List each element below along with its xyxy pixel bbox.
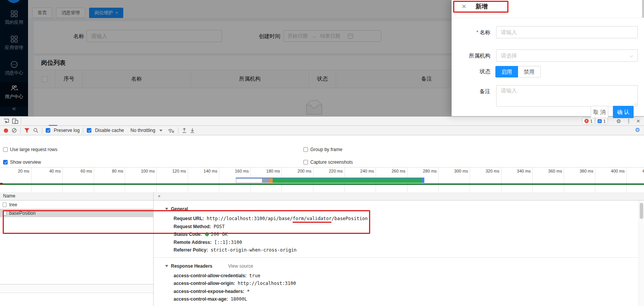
response-headers-section-header[interactable]: Response Headers View source [165,262,639,270]
devtools-tab[interactable] [49,117,57,126]
remark-field-label: 备注 [452,85,490,97]
triangle-down-icon [165,208,168,210]
ruler-tick: 420 ms [627,168,644,192]
ruler-tick: 20 ms [0,168,31,192]
selection-green-segment [273,178,422,183]
response-header-rows: access-control-allow-credentials:true ac… [154,272,639,303]
request-name: tree [9,202,17,207]
general-rows: Request URL:http://localhost:3100/api/ba… [154,215,639,254]
devtools-tabs [23,117,91,126]
request-row[interactable]: tree [0,201,153,209]
error-icon: ✕ [584,119,589,123]
divider [83,127,83,133]
close-icon[interactable]: ✕ [635,117,642,126]
org-select[interactable]: 请选择 [496,49,638,62]
status-green-dot-icon [205,232,209,236]
details-tabbar: × [154,192,644,201]
network-conditions-icon[interactable] [167,128,175,133]
filter-icon[interactable] [24,128,30,133]
view-source-link[interactable]: View source [228,263,253,269]
scrollbar-track[interactable] [639,201,644,306]
selection-gray-segment [262,178,270,183]
ruler-tick: 360 ms [533,168,564,192]
drawer-title: 新增 [475,3,488,11]
preserve-log-label: Preserve log [54,128,79,133]
selection-white-segment [236,178,262,183]
divider [21,118,21,124]
file-icon [3,202,7,207]
error-count-badge[interactable]: ✕1 [582,118,595,124]
drawer-name-input[interactable] [496,26,638,38]
clear-icon[interactable] [12,128,17,133]
devtools-tab[interactable] [83,117,91,126]
inspect-element-icon[interactable] [3,118,10,124]
annotation-underline: form/validator [293,216,331,223]
message-count-badge[interactable]: 1 [595,118,608,124]
ruler-tick: 100 ms [125,168,157,192]
divider [42,127,42,133]
ruler-tick: 60 ms [63,168,94,192]
message-icon [598,119,602,123]
header-line: access-control-max-age:18000L [154,295,639,303]
drawer-mask[interactable] [0,0,452,116]
devtools-tab[interactable] [32,117,40,126]
import-har-icon[interactable] [182,128,187,133]
remark-textarea[interactable] [496,85,638,107]
request-list-header[interactable]: Name [0,192,153,201]
status-enable-button[interactable]: 启用 [495,66,518,77]
capture-screenshots-option: Capture screenshots [303,158,353,166]
export-har-icon[interactable] [190,128,195,133]
ruler-tick: 380 ms [564,168,596,192]
request-list-pane: Name tree basePosition [0,192,154,306]
disable-cache-checkbox[interactable] [87,128,91,133]
scrollbar-thumb[interactable] [642,0,644,18]
close-icon[interactable]: ✕ [462,3,467,10]
overview-selection[interactable] [236,178,424,183]
request-details-pane: × General Request URL:http://localhost:3… [154,192,644,306]
devtools-tab[interactable] [57,117,66,126]
group-by-frame-checkbox[interactable] [303,147,308,152]
network-settings-gear-icon[interactable]: ⚙ [635,127,640,133]
devtools-tab[interactable] [74,117,83,126]
status-disable-button[interactable]: 禁用 [518,66,541,77]
devtools-tab[interactable] [40,117,49,126]
divider [178,127,179,133]
add-drawer: ✕ 新增 *名称 所属机构 请选择 状态 启用 禁用 备注 取 消 确 认 [452,0,644,116]
capture-screenshots-checkbox[interactable] [303,160,308,165]
required-asterisk: * [477,29,478,35]
header-line: access-control-allow-credentials:true [154,272,639,280]
request-row[interactable]: basePosition [0,209,153,217]
devtools-tabbar: ✕1 1 ⚙ ⋮ ✕ [0,117,644,126]
scrollbar-thumb[interactable] [640,203,643,219]
overview-darkgreen-line [0,184,644,185]
disable-cache-label: Disable cache [95,128,124,133]
throttling-select[interactable]: No throttling [131,128,156,133]
close-details-icon[interactable]: × [154,194,164,199]
selection-orange-segment [270,178,273,183]
show-overview-label: Show overview [10,160,41,165]
chevron-down-icon [629,54,633,57]
overview-first-request-mark [0,183,3,185]
timeline-overview[interactable]: 20 ms40 ms60 ms80 ms100 ms120 ms140 ms16… [0,167,644,192]
ruler-tick: 300 ms [439,168,470,192]
section-divider [154,257,639,258]
header-line: Request URL:http://localhost:3100/api/ba… [154,215,639,223]
show-overview-option: Show overview [3,158,41,166]
headers-content: General Request URL:http://localhost:310… [154,201,639,306]
search-icon[interactable] [33,128,38,133]
cancel-button[interactable]: 取 消 [591,106,608,118]
general-section-header[interactable]: General [165,205,639,213]
device-toolbar-icon[interactable] [12,118,18,124]
devtools-tab[interactable] [66,117,74,126]
show-overview-checkbox[interactable] [3,160,8,165]
status-field-label: 状态 [452,66,490,77]
confirm-button[interactable]: 确 认 [613,106,634,118]
record-icon[interactable] [4,128,8,133]
preserve-log-checkbox[interactable] [46,128,50,133]
name-field-label: *名称 [452,26,490,38]
capture-screenshots-label: Capture screenshots [310,160,353,165]
large-rows-checkbox[interactable] [3,147,8,152]
ruler-tick: 40 ms [31,168,63,192]
devtools-tab[interactable] [23,117,32,126]
request-name: basePosition [9,211,36,216]
